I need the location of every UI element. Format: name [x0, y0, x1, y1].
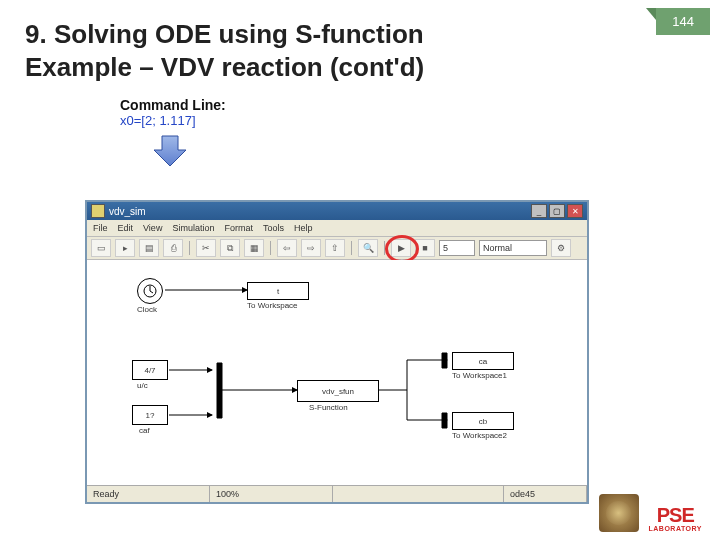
menu-tools[interactable]: Tools: [263, 223, 284, 233]
to-workspace-t[interactable]: t: [247, 282, 309, 300]
run-button[interactable]: ▶: [391, 239, 411, 257]
constant-uc-label: u/c: [137, 381, 148, 390]
simulink-window: vdv_sim _ ▢ ✕ File Edit View Simulation …: [85, 200, 589, 504]
app-icon: [91, 204, 105, 218]
status-ready: Ready: [87, 486, 210, 502]
paste-icon[interactable]: ▦: [244, 239, 264, 257]
to-workspace-cb[interactable]: cb: [452, 412, 514, 430]
window-title: vdv_sim: [109, 206, 146, 217]
constant-uc[interactable]: 4/7: [132, 360, 168, 380]
print-icon[interactable]: ⎙: [163, 239, 183, 257]
menu-format[interactable]: Format: [224, 223, 253, 233]
to-workspace-ca[interactable]: ca: [452, 352, 514, 370]
command-line-value: x0=[2; 1.117]: [120, 113, 720, 128]
to-workspace-cb-label: To Workspace2: [452, 431, 507, 440]
cut-icon[interactable]: ✂: [196, 239, 216, 257]
clock-label: Clock: [137, 305, 157, 314]
minimize-button[interactable]: _: [531, 204, 547, 218]
open-icon[interactable]: ▸: [115, 239, 135, 257]
status-bar: Ready 100% ode45: [87, 485, 587, 502]
copy-icon[interactable]: ⧉: [220, 239, 240, 257]
zoom-icon[interactable]: 🔍: [358, 239, 378, 257]
up-icon[interactable]: ⇧: [325, 239, 345, 257]
menu-help[interactable]: Help: [294, 223, 313, 233]
stop-time-field[interactable]: 5: [439, 240, 475, 256]
clock-block[interactable]: [137, 278, 163, 304]
pse-logo: PSE LABORATORY: [649, 505, 702, 532]
title-line2: Example – VDV reaction (cont'd): [25, 52, 424, 82]
pse-laboratory-text: LABORATORY: [649, 525, 702, 532]
menu-simulation[interactable]: Simulation: [172, 223, 214, 233]
sim-mode-select[interactable]: Normal: [479, 240, 547, 256]
menu-view[interactable]: View: [143, 223, 162, 233]
menu-file[interactable]: File: [93, 223, 108, 233]
build-icon[interactable]: ⚙: [551, 239, 571, 257]
model-canvas[interactable]: Clock t To Workspace 4/7 u/c 1? caf vdv_…: [87, 260, 587, 485]
pse-text: PSE: [649, 505, 702, 525]
command-line-block: Command Line: x0=[2; 1.117]: [120, 97, 720, 128]
status-pct: 100%: [210, 486, 333, 502]
ntu-logo: [599, 494, 639, 532]
close-button[interactable]: ✕: [567, 204, 583, 218]
page-number-badge: 144: [656, 8, 710, 35]
stop-button[interactable]: ■: [415, 239, 435, 257]
command-line-label: Command Line:: [120, 97, 720, 113]
status-solver: ode45: [504, 486, 587, 502]
maximize-button[interactable]: ▢: [549, 204, 565, 218]
down-arrow-icon: [150, 134, 720, 168]
toolbar: ▭ ▸ ▤ ⎙ ✂ ⧉ ▦ ⇦ ⇨ ⇧ 🔍 ▶ ■ 5 Normal ⚙: [87, 237, 587, 260]
save-icon[interactable]: ▤: [139, 239, 159, 257]
back-icon[interactable]: ⇦: [277, 239, 297, 257]
menu-bar: File Edit View Simulation Format Tools H…: [87, 220, 587, 237]
menu-edit[interactable]: Edit: [118, 223, 134, 233]
sfunction-label: S-Function: [309, 403, 348, 412]
forward-icon[interactable]: ⇨: [301, 239, 321, 257]
window-titlebar[interactable]: vdv_sim _ ▢ ✕: [87, 202, 587, 220]
footer-logos: PSE LABORATORY: [599, 494, 702, 532]
slide-title: 9. Solving ODE using S-function Example …: [0, 0, 545, 83]
new-icon[interactable]: ▭: [91, 239, 111, 257]
title-line1: 9. Solving ODE using S-function: [25, 19, 424, 49]
to-workspace-t-label: To Workspace: [247, 301, 298, 310]
to-workspace-ca-label: To Workspace1: [452, 371, 507, 380]
constant-caf-label: caf: [139, 426, 150, 435]
constant-caf[interactable]: 1?: [132, 405, 168, 425]
sfunction-block[interactable]: vdv_sfun: [297, 380, 379, 402]
